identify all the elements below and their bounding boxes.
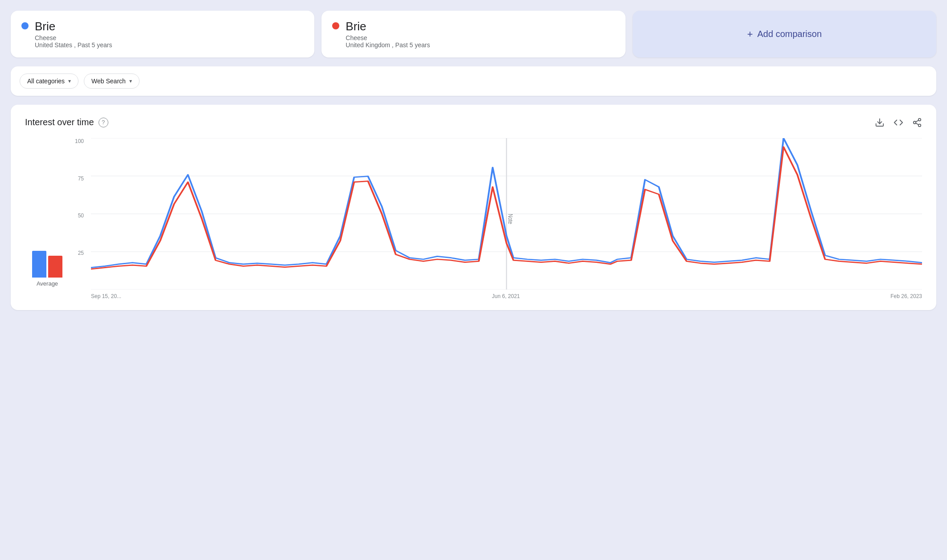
legend-bar-blue: [32, 251, 46, 278]
terms-section: Brie Cheese United States , Past 5 years…: [11, 11, 936, 57]
x-label-1: Sep 15, 20...: [91, 293, 121, 299]
y-label-25: 25: [70, 250, 87, 256]
line-chart-svg: Note: [91, 138, 922, 290]
y-label-50: 50: [70, 213, 87, 219]
chevron-down-icon-2: ▾: [129, 78, 132, 84]
chart-title: Interest over time: [25, 117, 94, 127]
term-region-1: United States , Past 5 years: [35, 41, 112, 49]
svg-line-5: [916, 120, 918, 122]
legend-label: Average: [37, 280, 58, 287]
chart-legend: Average: [25, 138, 70, 299]
x-axis: Sep 15, 20... Jun 6, 2021 Feb 26, 2023: [91, 291, 922, 299]
help-icon[interactable]: ?: [99, 118, 108, 127]
share-button[interactable]: [912, 118, 922, 127]
term-category-2: Cheese: [346, 34, 430, 41]
svg-line-4: [916, 123, 918, 125]
add-comparison-label: Add comparison: [757, 29, 822, 39]
chart-title-area: Interest over time ?: [25, 117, 108, 127]
y-label-75: 75: [70, 176, 87, 182]
add-comparison-button[interactable]: + Add comparison: [633, 11, 936, 57]
term-info-2: Brie Cheese United Kingdom , Past 5 year…: [346, 20, 430, 49]
categories-filter[interactable]: All categories ▾: [20, 74, 78, 89]
plus-icon: +: [747, 29, 753, 40]
term-dot-2: [332, 22, 339, 29]
term-name-1: Brie: [35, 20, 112, 33]
chart-header: Interest over time ?: [25, 117, 922, 127]
svg-text:Note: Note: [507, 214, 515, 224]
term-card-2[interactable]: Brie Cheese United Kingdom , Past 5 year…: [321, 11, 625, 57]
chart-section: Interest over time ?: [11, 105, 936, 310]
term-region-2: United Kingdom , Past 5 years: [346, 41, 430, 49]
download-button[interactable]: [875, 118, 885, 127]
term-info-1: Brie Cheese United States , Past 5 years: [35, 20, 112, 49]
term-category-1: Cheese: [35, 34, 112, 41]
term-dot-1: [21, 22, 29, 29]
filters-section: All categories ▾ Web Search ▾: [11, 66, 936, 96]
chevron-down-icon: ▾: [68, 78, 71, 84]
y-label-100: 100: [70, 138, 87, 144]
graph-area: 100 75 50 25 Note: [70, 138, 922, 299]
legend-bars: [32, 251, 62, 278]
chart-actions: [875, 118, 922, 127]
term-name-2: Brie: [346, 20, 430, 33]
x-label-2: Jun 6, 2021: [492, 293, 520, 299]
search-type-filter-label: Web Search: [91, 78, 126, 85]
term-card-1[interactable]: Brie Cheese United States , Past 5 years: [11, 11, 314, 57]
legend-bar-red: [48, 256, 62, 278]
help-icon-label: ?: [102, 119, 105, 126]
categories-filter-label: All categories: [27, 78, 65, 85]
x-label-3: Feb 26, 2023: [890, 293, 922, 299]
embed-button[interactable]: [893, 118, 903, 127]
search-type-filter[interactable]: Web Search ▾: [84, 74, 140, 89]
